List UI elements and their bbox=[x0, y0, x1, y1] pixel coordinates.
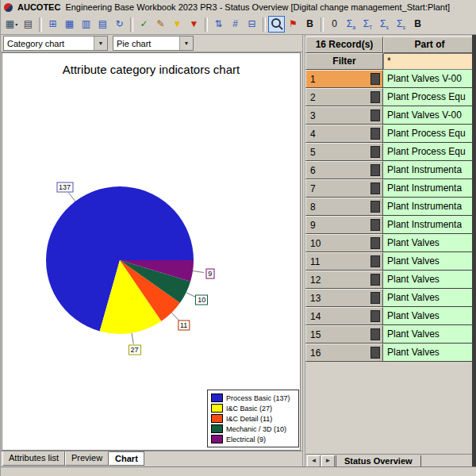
row-number: 14 bbox=[310, 311, 321, 322]
row-symbol-icon[interactable] bbox=[370, 237, 380, 249]
row-header[interactable]: 3 bbox=[305, 106, 383, 125]
renumber-icon[interactable]: # bbox=[227, 16, 244, 33]
row-header[interactable]: 1 bbox=[305, 70, 383, 88]
table-row: 16Plant Valves bbox=[305, 344, 476, 362]
part-of-cell[interactable]: Plant Valves bbox=[383, 234, 476, 252]
row-header[interactable]: 7 bbox=[305, 179, 383, 198]
legend-item: I&C Basic (27) bbox=[211, 403, 295, 413]
tab-attributes-list[interactable]: Attributes list bbox=[2, 451, 65, 466]
chart-style-combo[interactable]: Pie chart ▼ bbox=[113, 36, 194, 51]
row-header[interactable]: 11 bbox=[305, 252, 383, 271]
row-symbol-icon[interactable] bbox=[370, 292, 380, 304]
row-header[interactable]: 15 bbox=[305, 325, 383, 344]
tab-preview[interactable]: Preview bbox=[65, 451, 109, 466]
chart-area: Attribute category indicators chart Proc… bbox=[2, 52, 301, 451]
table-columns-icon[interactable]: ▥ bbox=[78, 16, 94, 33]
part-of-cell[interactable]: Plant Process Equ bbox=[383, 143, 476, 161]
part-of-cell[interactable]: Plant Process Equ bbox=[383, 125, 476, 143]
table-row: 2Plant Process Equ bbox=[305, 88, 476, 106]
legend-label: I&C Basic (27) bbox=[226, 405, 272, 413]
sum-table-icon[interactable]: ΣT bbox=[359, 16, 376, 33]
legend-item: Electrical (9) bbox=[211, 434, 295, 444]
table-open-icon[interactable]: ▦ bbox=[61, 16, 78, 33]
bold-format-icon[interactable]: B bbox=[301, 16, 318, 33]
legend-label: Electrical (9) bbox=[226, 436, 266, 443]
pie-label-leader-line bbox=[68, 193, 75, 202]
part-of-cell[interactable]: Plant Valves bbox=[383, 289, 476, 307]
row-symbol-icon[interactable] bbox=[370, 146, 380, 158]
row-header[interactable]: 16 bbox=[305, 344, 383, 362]
part-of-cell[interactable]: Plant Instrumenta bbox=[383, 179, 476, 198]
filter-remove-icon[interactable]: ▼ bbox=[186, 16, 202, 33]
row-symbol-icon[interactable] bbox=[370, 128, 380, 140]
part-of-cell[interactable]: Plant Valves bbox=[383, 252, 476, 271]
row-symbol-icon[interactable] bbox=[370, 182, 380, 194]
row-number: 13 bbox=[310, 293, 321, 304]
part-of-cell[interactable]: Plant Valves V-00 bbox=[383, 106, 476, 125]
sum-attributes-icon[interactable]: Σa bbox=[343, 16, 359, 33]
row-number: 7 bbox=[310, 183, 316, 194]
row-header[interactable]: 10 bbox=[305, 234, 383, 252]
row-header[interactable]: 9 bbox=[305, 216, 383, 234]
bold-format-2-icon[interactable]: B bbox=[409, 16, 426, 33]
record-count-header[interactable]: 16 Record(s) bbox=[305, 36, 383, 53]
part-of-cell[interactable]: Plant Instrumenta bbox=[383, 216, 476, 234]
table-row: 8Plant Instrumenta bbox=[305, 198, 476, 216]
chart-panel: Category chart ▼ Pie chart ▼ Attribute c… bbox=[1, 35, 302, 476]
chart-type-value: Category chart bbox=[4, 39, 94, 48]
part-of-cell[interactable]: Plant Valves V-00 bbox=[383, 70, 476, 88]
part-of-cell[interactable]: Plant Valves bbox=[383, 307, 476, 325]
row-header[interactable]: 4 bbox=[305, 125, 383, 143]
legend-label: I&C Detail (11) bbox=[226, 415, 272, 423]
table-rows-icon[interactable]: ▤ bbox=[94, 16, 111, 33]
row-header[interactable]: 5 bbox=[305, 143, 383, 161]
part-of-cell[interactable]: Plant Valves bbox=[383, 344, 476, 362]
edit-pencil-icon[interactable]: ✎ bbox=[152, 16, 169, 33]
row-symbol-icon[interactable] bbox=[370, 219, 380, 231]
chart-type-combo[interactable]: Category chart ▼ bbox=[3, 36, 108, 51]
row-symbol-icon[interactable] bbox=[370, 274, 380, 286]
row-header[interactable]: 13 bbox=[305, 289, 383, 307]
sort-icon[interactable]: ⇅ bbox=[210, 16, 227, 33]
chevron-down-icon[interactable]: ▼ bbox=[94, 36, 107, 50]
table-refresh-icon[interactable]: ↻ bbox=[111, 16, 128, 33]
part-of-cell[interactable]: Plant Valves bbox=[383, 271, 476, 289]
tab-chart[interactable]: Chart bbox=[109, 451, 144, 466]
part-of-cell[interactable]: Plant Process Equ bbox=[383, 88, 476, 106]
part-of-cell[interactable]: Plant Instrumenta bbox=[383, 161, 476, 179]
row-header[interactable]: 12 bbox=[305, 271, 383, 289]
table-link-icon[interactable]: ⊟ bbox=[244, 16, 260, 33]
row-symbol-icon[interactable] bbox=[370, 109, 380, 121]
validate-check-icon[interactable]: ✓ bbox=[136, 16, 152, 33]
row-header[interactable]: 6 bbox=[305, 161, 383, 179]
chevron-down-icon[interactable]: ▼ bbox=[179, 36, 193, 50]
view-mode-icon[interactable]: ▦▾ bbox=[3, 16, 20, 33]
sum-selection-icon[interactable]: Σs bbox=[376, 16, 393, 33]
sum-sheet-icon[interactable]: Σs bbox=[393, 16, 409, 33]
table-new-icon[interactable]: ⊞ bbox=[44, 16, 61, 33]
column-header-part-of[interactable]: Part of bbox=[383, 36, 476, 53]
print-icon[interactable]: ▤ bbox=[20, 16, 36, 33]
row-header[interactable]: 2 bbox=[305, 88, 383, 106]
filter-value-cell[interactable]: * bbox=[383, 53, 476, 70]
filter-header[interactable]: Filter bbox=[305, 53, 383, 70]
row-symbol-icon[interactable] bbox=[370, 310, 380, 322]
row-header[interactable]: 14 bbox=[305, 307, 383, 325]
row-symbol-icon[interactable] bbox=[370, 255, 380, 267]
table-row: 5Plant Process Equ bbox=[305, 143, 476, 161]
toolbar-separator bbox=[39, 17, 42, 32]
flag-marker-icon[interactable]: ⚑ bbox=[285, 16, 301, 33]
row-symbol-icon[interactable] bbox=[370, 347, 380, 359]
search-magnifier-icon[interactable] bbox=[268, 16, 285, 33]
attachment-count-icon[interactable]: 0 bbox=[326, 16, 343, 33]
row-header[interactable]: 8 bbox=[305, 198, 383, 216]
row-symbol-icon[interactable] bbox=[370, 201, 380, 213]
row-symbol-icon[interactable] bbox=[370, 164, 380, 176]
row-symbol-icon[interactable] bbox=[370, 91, 380, 103]
part-of-cell[interactable]: Plant Instrumenta bbox=[383, 198, 476, 216]
row-symbol-icon[interactable] bbox=[370, 328, 380, 340]
filter-funnel-icon[interactable]: ▼ bbox=[169, 16, 186, 33]
part-of-cell[interactable]: Plant Valves bbox=[383, 325, 476, 344]
filter-row: Filter * bbox=[305, 53, 476, 70]
row-symbol-icon[interactable] bbox=[370, 73, 380, 85]
